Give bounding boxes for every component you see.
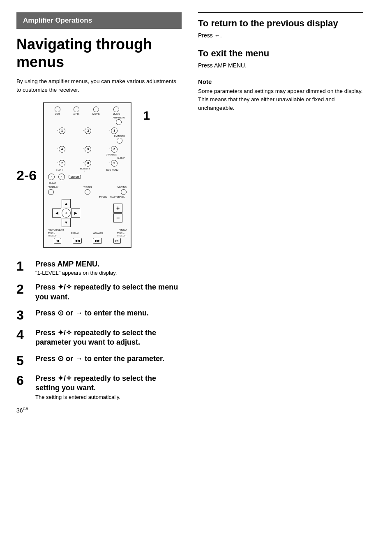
exit-title: To exit the menu: [198, 48, 363, 59]
note-title: Note: [198, 78, 363, 85]
step-5-num: 5: [16, 354, 35, 367]
header-bar: Amplifier Operations: [16, 12, 182, 29]
step-3-title: Press ⊙ or → to enter the menu.: [35, 308, 149, 318]
step-1-num: 1: [16, 259, 35, 273]
step-4-num: 4: [16, 328, 35, 341]
exit-text: Press AMP MENU.: [198, 61, 363, 70]
remote-diagram: 2CH A.F.D. MOVIE: [43, 102, 131, 248]
step-6: 6 Press ✦/✧ repeatedly to select the set…: [16, 374, 182, 400]
step-4-title: Press ✦/✧ repeatedly to select the param…: [35, 328, 182, 348]
return-text: Press ←.: [198, 31, 363, 40]
header-title: Amplifier Operations: [23, 16, 92, 24]
step-2-num: 2: [16, 283, 35, 296]
return-title: To return to the previous display: [198, 18, 363, 29]
label-2-6: 2-6: [16, 167, 37, 183]
step-2-title: Press ✦/✧ repeatedly to select the menu …: [35, 283, 182, 302]
step-2: 2 Press ✦/✧ repeatedly to select the men…: [16, 283, 182, 302]
note-text: Some parameters and settings may appear …: [198, 87, 363, 112]
page-title: Navigating through menus: [16, 35, 182, 71]
intro-text: By using the amplifier menus, you can ma…: [16, 77, 182, 94]
step-4: 4 Press ✦/✧ repeatedly to select the par…: [16, 328, 182, 348]
step-1: 1 Press AMP MENU. "1-LEVEL" appears on t…: [16, 259, 182, 276]
step-6-num: 6: [16, 374, 35, 387]
step-6-sub: The setting is entered automatically.: [35, 394, 182, 400]
step-1-sub: "1-LEVEL" appears on the display.: [35, 270, 117, 276]
step-6-title: Press ✦/✧ repeatedly to select the setti…: [35, 374, 182, 393]
section-exit: To exit the menu Press AMP MENU.: [198, 48, 363, 70]
step-1-title: Press AMP MENU.: [35, 259, 117, 269]
steps-list: 1 Press AMP MENU. "1-LEVEL" appears on t…: [16, 259, 182, 400]
step-5-title: Press ⊙ or → to enter the parameter.: [35, 354, 164, 364]
page-number: 36GB: [16, 407, 182, 414]
step-3-num: 3: [16, 308, 35, 322]
section-return: To return to the previous display Press …: [198, 18, 363, 40]
step-5: 5 Press ⊙ or → to enter the parameter.: [16, 354, 182, 367]
label-1: 1: [143, 109, 150, 123]
note-section: Note Some parameters and settings may ap…: [198, 78, 363, 112]
top-divider: [198, 12, 363, 13]
step-3: 3 Press ⊙ or → to enter the menu.: [16, 308, 182, 322]
